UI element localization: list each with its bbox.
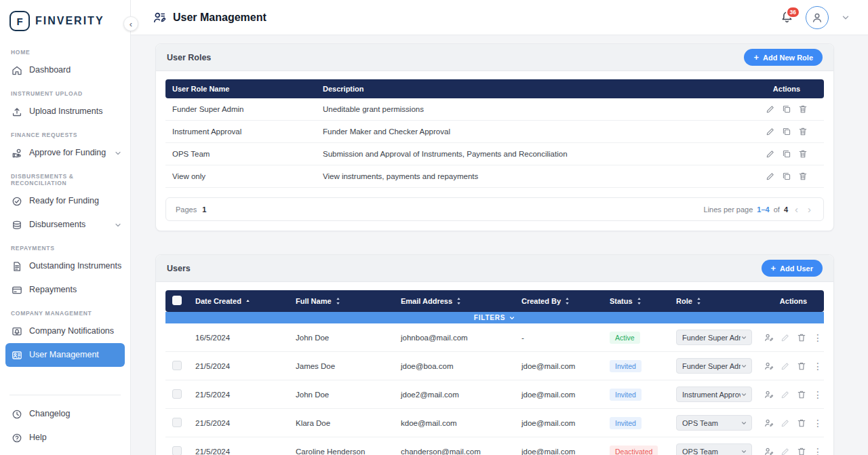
- more-actions-icon[interactable]: ⋮: [813, 390, 823, 399]
- row-checkbox[interactable]: [172, 418, 182, 427]
- add-user-button[interactable]: + Add User: [762, 260, 823, 277]
- resend-invite-icon[interactable]: [764, 333, 774, 342]
- copy-icon[interactable]: [782, 149, 791, 159]
- col-date-created[interactable]: Date Created: [189, 290, 289, 312]
- sidebar-item-upload-instruments[interactable]: Upload Instruments: [0, 100, 130, 123]
- edit-icon[interactable]: [781, 418, 790, 428]
- cell-date: 21/5/2024: [189, 352, 289, 380]
- delete-icon[interactable]: [798, 172, 808, 181]
- sort-icon: [456, 297, 462, 305]
- sidebar-item-dashboard[interactable]: Dashboard: [0, 58, 130, 82]
- edit-icon[interactable]: [781, 390, 790, 399]
- row-checkbox[interactable]: [172, 361, 182, 370]
- col-label: Email Address: [401, 297, 452, 305]
- sort-icon: [335, 297, 341, 305]
- sidebar-collapse-button[interactable]: ‹: [123, 16, 138, 31]
- sidebar-item-label: Company Notifications: [29, 326, 114, 337]
- lines-per-page-label: Lines per page: [704, 205, 753, 214]
- resend-invite-icon[interactable]: [764, 447, 774, 455]
- add-new-role-button[interactable]: + Add New Role: [744, 49, 823, 66]
- col-full-name[interactable]: Full Name: [289, 290, 394, 312]
- sidebar-item-changelog[interactable]: Changelog: [0, 402, 130, 426]
- delete-icon[interactable]: [798, 127, 808, 136]
- delete-icon[interactable]: [797, 333, 806, 342]
- users-table: Date Created Full Name Email Address Cre…: [165, 290, 824, 455]
- role-name: OPS Team: [165, 143, 316, 165]
- sidebar-footer: Changelog Help: [0, 388, 130, 455]
- role-description: Submission and Approval of Instruments, …: [316, 143, 749, 165]
- status-badge: Invited: [610, 360, 642, 372]
- edit-icon[interactable]: [781, 361, 790, 371]
- copy-icon[interactable]: [782, 127, 791, 136]
- role-dropdown[interactable]: Funder Super Admin: [676, 358, 752, 374]
- current-page: 1: [202, 205, 206, 214]
- cell-name: Caroline Henderson: [289, 437, 394, 455]
- delete-icon[interactable]: [797, 447, 806, 455]
- notifications-button[interactable]: 36: [781, 11, 793, 24]
- add-new-role-label: Add New Role: [763, 54, 813, 62]
- delete-icon[interactable]: [797, 418, 806, 428]
- col-status[interactable]: Status: [603, 290, 669, 312]
- cell-email: jdoe2@mail.com: [394, 380, 515, 409]
- role-dropdown[interactable]: OPS Team: [676, 415, 752, 431]
- filters-row[interactable]: FILTERS: [165, 312, 824, 323]
- resend-invite-icon[interactable]: [764, 361, 774, 371]
- help-icon: [11, 432, 22, 443]
- role-dropdown[interactable]: Funder Super Admin: [676, 330, 752, 345]
- col-email[interactable]: Email Address: [394, 290, 515, 312]
- chevron-down-icon: [741, 363, 747, 370]
- prev-page-button[interactable]: ‹: [792, 203, 801, 215]
- more-actions-icon[interactable]: ⋮: [813, 447, 823, 455]
- account-menu-chevron-icon[interactable]: [841, 13, 850, 22]
- edit-icon[interactable]: [781, 333, 790, 342]
- sidebar-item-disbursements[interactable]: Disbursements: [0, 213, 130, 237]
- copy-icon[interactable]: [782, 104, 791, 114]
- chevron-down-icon: [741, 448, 747, 455]
- user-icon: [811, 12, 823, 24]
- more-actions-icon[interactable]: ⋮: [813, 333, 823, 342]
- more-actions-icon[interactable]: ⋮: [813, 418, 823, 428]
- section-label-home: HOME: [0, 41, 130, 58]
- sidebar-item-company-notifications[interactable]: Company Notifications: [0, 319, 130, 343]
- avatar[interactable]: [806, 6, 829, 29]
- content: User Roles + Add New Role User Role Name…: [131, 35, 868, 455]
- sidebar-item-outstanding-instruments[interactable]: Outstanding Instruments: [0, 254, 130, 278]
- sidebar-item-label: User Management: [29, 350, 99, 361]
- cell-date: 21/5/2024: [189, 380, 289, 409]
- edit-icon[interactable]: [766, 104, 775, 114]
- sidebar-item-ready-for-funding[interactable]: Ready for Funding: [0, 189, 130, 213]
- edit-icon[interactable]: [766, 127, 775, 136]
- row-checkbox[interactable]: [172, 446, 182, 455]
- sidebar-item-repayments[interactable]: Repayments: [0, 278, 130, 302]
- delete-icon[interactable]: [798, 149, 808, 159]
- home-icon: [11, 64, 22, 76]
- approve-funding-icon: [11, 147, 22, 159]
- user-management-icon: [11, 349, 22, 361]
- resend-invite-icon[interactable]: [764, 418, 774, 428]
- col-role[interactable]: Role: [669, 290, 763, 312]
- role-value: Funder Super Admin: [682, 334, 741, 342]
- copy-icon[interactable]: [782, 172, 791, 181]
- edit-icon[interactable]: [766, 172, 775, 181]
- sidebar-item-approve-for-funding[interactable]: Approve for Funding: [0, 141, 130, 165]
- more-actions-icon[interactable]: ⋮: [813, 361, 823, 371]
- next-page-button[interactable]: ›: [805, 203, 814, 215]
- edit-icon[interactable]: [781, 447, 790, 455]
- delete-icon[interactable]: [797, 390, 806, 399]
- role-dropdown[interactable]: Instrument Approval: [676, 387, 752, 402]
- edit-icon[interactable]: [766, 149, 775, 159]
- delete-icon[interactable]: [798, 104, 808, 114]
- col-label: Status: [610, 297, 633, 305]
- row-checkbox[interactable]: [172, 389, 182, 399]
- sidebar-item-help[interactable]: Help: [0, 426, 130, 450]
- main-area: User Management 36: [131, 0, 868, 455]
- select-all-checkbox[interactable]: [172, 296, 182, 305]
- cell-email: chanderson@mail.com: [394, 437, 515, 455]
- role-description: Uneditable grant permissions: [316, 98, 749, 121]
- col-created-by[interactable]: Created By: [515, 290, 603, 312]
- delete-icon[interactable]: [797, 361, 806, 371]
- sidebar-item-user-management[interactable]: User Management: [5, 343, 125, 367]
- role-dropdown[interactable]: OPS Team: [676, 443, 752, 455]
- roles-pagination: Pages 1 Lines per page 1–4 of 4 ‹ ›: [165, 197, 824, 221]
- resend-invite-icon[interactable]: [764, 390, 774, 399]
